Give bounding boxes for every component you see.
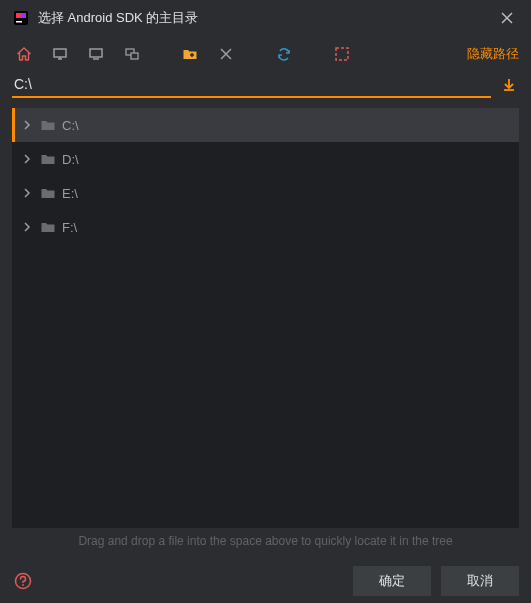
path-row xyxy=(0,72,531,102)
hide-path-link[interactable]: 隐藏路径 xyxy=(467,45,519,63)
project-button[interactable] xyxy=(84,42,108,66)
dialog-title: 选择 Android SDK 的主目录 xyxy=(38,9,495,27)
drive-icon xyxy=(40,117,56,133)
tree-item[interactable]: D:\ xyxy=(12,142,519,176)
svg-rect-3 xyxy=(90,49,102,57)
ok-button[interactable]: 确定 xyxy=(353,566,431,596)
svg-rect-6 xyxy=(336,48,348,60)
help-icon xyxy=(14,572,32,590)
chevron-right-icon[interactable] xyxy=(20,186,34,200)
path-input[interactable] xyxy=(12,72,491,98)
selection-icon xyxy=(334,46,350,62)
home-button[interactable] xyxy=(12,42,36,66)
new-folder-button[interactable] xyxy=(178,42,202,66)
help-button[interactable] xyxy=(12,570,34,592)
module-icon xyxy=(124,46,140,62)
tree-item[interactable]: C:\ xyxy=(12,108,519,142)
svg-rect-1 xyxy=(16,21,22,23)
close-button[interactable] xyxy=(495,6,519,30)
new-folder-icon xyxy=(182,46,198,62)
delete-button[interactable] xyxy=(214,42,238,66)
tree-item-label: F:\ xyxy=(62,220,77,235)
svg-point-8 xyxy=(22,584,24,586)
chevron-right-icon[interactable] xyxy=(20,220,34,234)
refresh-icon xyxy=(276,46,292,62)
project-icon xyxy=(88,46,104,62)
tree-item-label: C:\ xyxy=(62,118,79,133)
tree-item[interactable]: F:\ xyxy=(12,210,519,244)
file-tree[interactable]: C:\ D:\ E:\ F:\ xyxy=(12,108,519,528)
svg-rect-2 xyxy=(54,49,66,57)
svg-rect-5 xyxy=(131,53,138,59)
drive-icon xyxy=(40,185,56,201)
close-icon xyxy=(501,12,513,24)
button-row: 确定 取消 xyxy=(0,554,531,603)
titlebar: 选择 Android SDK 的主目录 xyxy=(0,0,531,36)
cancel-button[interactable]: 取消 xyxy=(441,566,519,596)
download-button[interactable] xyxy=(499,75,519,95)
tree-item-label: D:\ xyxy=(62,152,79,167)
desktop-icon xyxy=(52,46,68,62)
delete-icon xyxy=(219,47,233,61)
drive-icon xyxy=(40,151,56,167)
home-icon xyxy=(16,46,32,62)
download-icon xyxy=(501,77,517,93)
toolbar: 隐藏路径 xyxy=(0,36,531,72)
tree-item[interactable]: E:\ xyxy=(12,176,519,210)
app-icon xyxy=(12,9,30,27)
desktop-button[interactable] xyxy=(48,42,72,66)
module-button[interactable] xyxy=(120,42,144,66)
refresh-button[interactable] xyxy=(272,42,296,66)
selection-button[interactable] xyxy=(330,42,354,66)
drop-hint: Drag and drop a file into the space abov… xyxy=(0,528,531,554)
drive-icon xyxy=(40,219,56,235)
tree-item-label: E:\ xyxy=(62,186,78,201)
chevron-right-icon[interactable] xyxy=(20,118,34,132)
chevron-right-icon[interactable] xyxy=(20,152,34,166)
